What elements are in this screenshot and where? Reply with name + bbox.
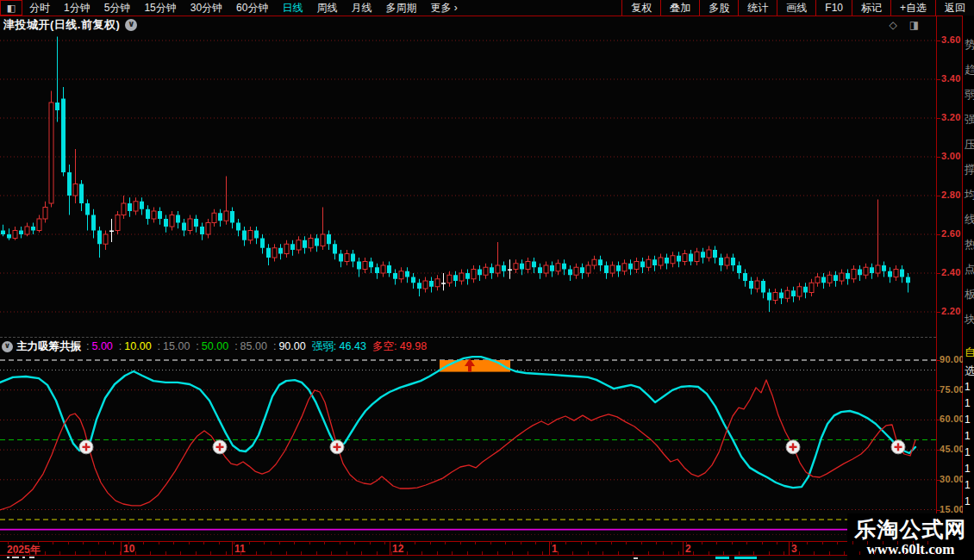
series-多空 xyxy=(0,380,915,510)
candle xyxy=(858,265,862,281)
time-axis[interactable] xyxy=(0,541,962,555)
clipped-next-panel xyxy=(634,557,638,559)
toolbar-button-统计[interactable]: 统计 xyxy=(738,0,777,16)
period-tab-多周期[interactable]: 多周期 xyxy=(378,1,423,16)
month-divider xyxy=(789,541,790,555)
period-tab-1分钟[interactable]: 1分钟 xyxy=(57,1,97,16)
candle xyxy=(134,197,138,215)
candle xyxy=(103,231,108,251)
chevron-down-icon[interactable]: ∨ xyxy=(125,19,137,31)
period-tab-分时[interactable]: 分时 xyxy=(22,1,57,16)
candle xyxy=(128,197,132,217)
period-tab-月线[interactable]: 月线 xyxy=(344,1,378,16)
candle xyxy=(610,262,615,277)
clipped-glyph: 热 xyxy=(965,237,974,252)
period-tab-30分钟[interactable]: 30分钟 xyxy=(184,1,229,16)
candle xyxy=(345,250,349,265)
candle xyxy=(809,279,814,296)
candle xyxy=(864,264,868,279)
candle xyxy=(659,254,663,270)
period-tab-15分钟[interactable]: 15分钟 xyxy=(137,1,183,16)
toolbar-button-多股[interactable]: 多股 xyxy=(699,0,738,16)
clipped-glyph: 点 xyxy=(965,262,974,277)
candle xyxy=(79,180,84,211)
candle xyxy=(423,277,428,293)
clipped-glyph: 弱 xyxy=(965,87,974,103)
candle xyxy=(260,234,265,254)
candle xyxy=(490,264,494,279)
candle xyxy=(254,227,259,244)
toolbar-button-复权[interactable]: 复权 xyxy=(621,0,660,16)
candle xyxy=(484,264,488,279)
axis-border-left xyxy=(936,16,937,560)
candle xyxy=(544,262,548,277)
toolbar-button-画线[interactable]: 画线 xyxy=(777,0,815,16)
candle xyxy=(701,248,705,264)
candle xyxy=(526,258,530,273)
layout-icon[interactable]: ◧ xyxy=(0,0,22,16)
candle xyxy=(1,225,5,237)
candle xyxy=(767,289,771,312)
candle xyxy=(550,262,554,277)
watermark-url: www.60lt.com xyxy=(847,541,974,558)
candle xyxy=(652,256,657,271)
candle xyxy=(25,223,29,237)
split-pane-icon[interactable]: ◨ xyxy=(909,19,919,31)
candle xyxy=(671,252,675,267)
candle xyxy=(846,270,850,285)
candle xyxy=(532,258,536,273)
clipped-next-panel xyxy=(715,557,729,559)
month-divider xyxy=(390,541,390,555)
candle xyxy=(478,265,482,281)
candle xyxy=(906,273,910,293)
toolbar-button-返回[interactable]: 返回 xyxy=(935,0,974,16)
candle xyxy=(755,277,759,293)
panel-divider[interactable] xyxy=(0,337,936,338)
candle xyxy=(586,262,590,277)
top-toolbar: ◧ 分时1分钟5分钟15分钟30分钟60分钟日线周线月线多周期更多 › 复权叠加… xyxy=(0,0,974,16)
candle xyxy=(375,264,379,279)
candle xyxy=(266,244,271,265)
clipped-digit: 1 xyxy=(965,479,974,491)
candle xyxy=(351,250,355,267)
indicator-chart[interactable] xyxy=(0,355,936,541)
month-divider xyxy=(683,541,684,555)
candle xyxy=(592,256,596,270)
candle xyxy=(315,234,319,252)
chevron-down-icon[interactable]: ∨ xyxy=(2,341,13,352)
signal-zone xyxy=(440,360,510,372)
candle xyxy=(604,262,609,279)
candle xyxy=(508,259,512,279)
candle xyxy=(834,271,838,287)
toolbar-button-叠加[interactable]: 叠加 xyxy=(660,0,699,16)
period-tab-5分钟[interactable]: 5分钟 xyxy=(97,1,138,16)
candle xyxy=(634,258,639,273)
candle xyxy=(73,149,78,203)
clipped-next-panel xyxy=(734,557,757,559)
candlestick-chart[interactable] xyxy=(0,33,936,338)
clipped-digit: 1 xyxy=(965,381,974,393)
candle xyxy=(158,208,162,225)
period-tab-60分钟[interactable]: 60分钟 xyxy=(229,1,275,16)
candle xyxy=(339,250,343,267)
indicator-reading-多空: 多空: 49.98 xyxy=(372,339,427,354)
time-axis-label: 2 xyxy=(685,543,691,555)
candle xyxy=(206,219,210,239)
candle xyxy=(43,202,47,223)
indicator-axis-label: 15.00 xyxy=(940,504,965,514)
candle xyxy=(297,236,301,253)
diamond-icon[interactable]: ◇ xyxy=(889,19,896,31)
toolbar-button-标记[interactable]: 标记 xyxy=(852,0,890,16)
period-tab-周线[interactable]: 周线 xyxy=(309,1,344,16)
period-tab-更多 ›[interactable]: 更多 › xyxy=(423,1,464,16)
toolbar-button-F10[interactable]: F10 xyxy=(815,0,852,16)
candle xyxy=(97,227,102,258)
candle xyxy=(387,262,391,277)
indicator-axis-label: 75.00 xyxy=(940,384,965,395)
indicator-axis-label: 45.00 xyxy=(940,444,965,454)
indicator-param: :10.00 xyxy=(119,340,152,352)
time-axis-label: 10 xyxy=(123,543,134,555)
period-tab-日线[interactable]: 日线 xyxy=(275,1,309,16)
price-axis-label: 2.40 xyxy=(941,267,961,277)
toolbar-button-+自选[interactable]: +自选 xyxy=(890,0,935,16)
